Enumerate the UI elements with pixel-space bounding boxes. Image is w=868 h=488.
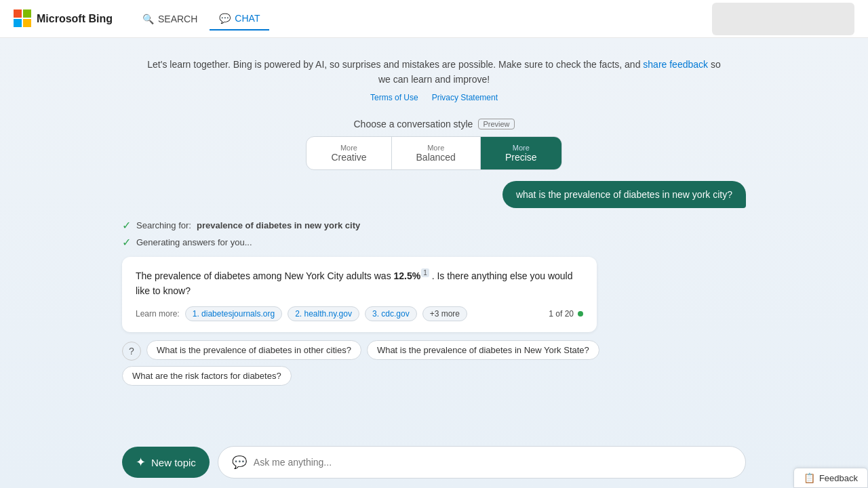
precise-more-label: More [513,144,530,152]
main-content: Let's learn together. Bing is powered by… [0,38,868,488]
new-topic-label: New topic [151,457,196,468]
chat-area: what is the prevalence of diabetes in ne… [108,170,760,439]
suggestion-icon: ? [122,342,141,361]
new-topic-button[interactable]: ✦ New topic [122,447,210,478]
suggestion-2[interactable]: What is the prevalence of diabetes in Ne… [367,340,599,360]
balanced-more-label: More [427,144,444,152]
source-2[interactable]: 2. health.ny.gov [288,306,359,321]
status-bold-1: prevalence of diabetes in new york city [197,220,360,230]
pagination-text: 1 of 20 [549,309,574,319]
terms-of-use-link[interactable]: Terms of Use [370,93,418,102]
creative-label: Creative [331,152,366,163]
user-bubble: what is the prevalence of diabetes in ne… [502,181,746,208]
share-feedback-link[interactable]: share feedback [643,59,708,70]
conv-style-label: Choose a conversation style Preview [354,119,515,129]
bing-logo[interactable]: Microsoft Bing [14,9,113,28]
banner-text-before: Let's learn together. Bing is powered by… [147,59,643,70]
style-creative[interactable]: More Creative [307,137,391,169]
suggestion-1[interactable]: What is the prevalence of diabetes in ot… [146,340,361,360]
nav-search[interactable]: 🔍 SEARCH [133,8,207,30]
learn-more: Learn more: 1. diabetesjournals.org 2. h… [136,306,583,321]
status-dot [578,311,583,317]
answer-value: 12.5% [394,270,421,281]
logo-text: Microsoft Bing [37,13,113,25]
preview-badge: Preview [478,119,514,129]
svg-rect-2 [14,19,22,27]
check-icon-1: ✓ [122,219,131,232]
conversation-style-section: Choose a conversation style Preview More… [306,119,561,170]
status-prefix-1: Searching for: [136,220,191,230]
chat-nav-icon: 💬 [219,13,231,24]
answer-superscript: 1 [421,268,429,277]
banner-text: Let's learn together. Bing is powered by… [142,57,726,87]
input-chat-icon: 💬 [232,455,247,470]
source-3[interactable]: 3. cdc.gov [365,306,417,321]
conv-style-text: Choose a conversation style [354,119,473,129]
bot-status: ✓ Searching for: prevalence of diabetes … [122,219,746,249]
feedback-button[interactable]: 📋 Feedback [793,468,868,488]
suggestions: ? What is the prevalence of diabetes in … [122,340,732,386]
style-buttons: More Creative More Balanced More Precise [306,136,561,170]
search-nav-icon: 🔍 [142,14,154,24]
feedback-icon: 📋 [804,472,815,483]
learn-more-label: Learn more: [136,309,180,319]
svg-rect-0 [14,9,22,18]
bottom-bar: ✦ New topic 💬 [108,439,760,488]
nav-chat-label: CHAT [235,13,260,24]
status-line-1: ✓ Searching for: prevalence of diabetes … [122,219,746,232]
status-line-2: ✓ Generating answers for you... [122,236,746,249]
bing-logo-icon [14,9,33,28]
header: Microsoft Bing 🔍 SEARCH 💬 CHAT [0,0,868,38]
suggestion-3[interactable]: What are the risk factors for diabetes? [122,366,292,386]
answer-box: The prevalence of diabetes among New Yor… [122,257,597,332]
status-text-2: Generating answers for you... [136,237,252,247]
check-icon-2: ✓ [122,236,131,249]
creative-more-label: More [340,144,357,152]
header-box [712,3,854,35]
input-box: 💬 [218,446,746,479]
style-precise[interactable]: More Precise [481,137,561,169]
pagination: 1 of 20 [549,309,583,319]
info-links: Terms of Use Privacy Statement [142,93,726,102]
user-message: what is the prevalence of diabetes in ne… [122,181,746,208]
svg-rect-3 [23,19,31,27]
balanced-label: Balanced [416,152,456,163]
answer-before: The prevalence of diabetes among New Yor… [136,270,394,281]
new-topic-icon: ✦ [136,455,146,470]
chat-input[interactable] [254,457,732,468]
source-1[interactable]: 1. diabetesjournals.org [185,306,282,321]
nav-chat[interactable]: 💬 CHAT [210,7,269,30]
answer-text: The prevalence of diabetes among New Yor… [136,268,583,298]
privacy-statement-link[interactable]: Privacy Statement [432,93,498,102]
feedback-label: Feedback [819,473,858,483]
nav-search-label: SEARCH [158,14,197,24]
precise-label: Precise [505,152,537,163]
style-balanced[interactable]: More Balanced [392,137,481,169]
info-banner: Let's learn together. Bing is powered by… [129,38,739,108]
svg-rect-1 [23,9,31,18]
main-nav: 🔍 SEARCH 💬 CHAT [133,7,269,30]
header-right-area [712,3,854,35]
more-sources[interactable]: +3 more [422,306,467,321]
